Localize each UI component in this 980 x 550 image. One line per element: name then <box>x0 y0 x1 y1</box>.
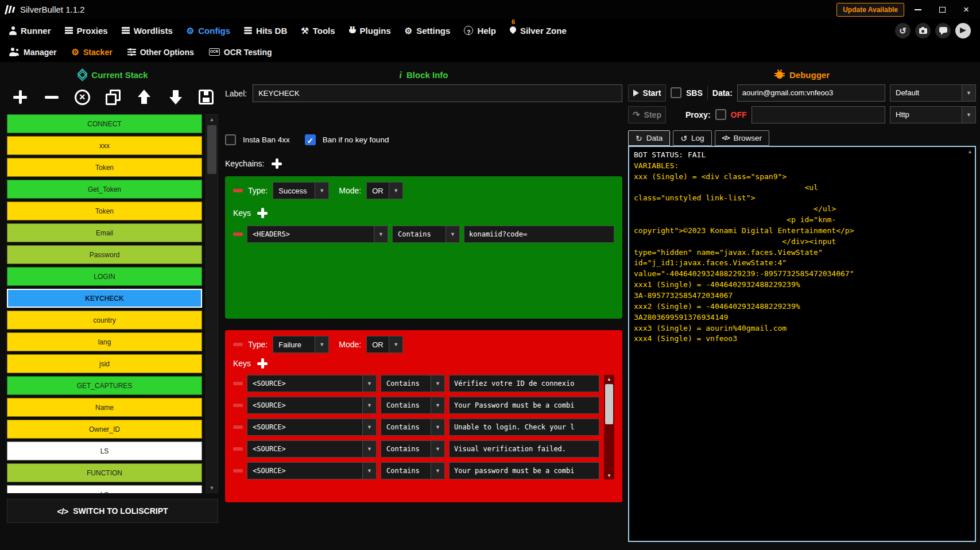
block-label-input[interactable] <box>253 84 622 102</box>
submenu-item-stacker[interactable]: Stacker <box>72 48 113 57</box>
chat-icon[interactable] <box>935 23 951 38</box>
proxy-type-select[interactable]: Http ▼ <box>890 106 976 123</box>
scroll-up-icon[interactable]: ▲ <box>967 149 973 154</box>
keys-scrollbar[interactable]: ▲ ▼ <box>604 375 614 479</box>
minimize-button[interactable] <box>908 2 928 17</box>
add-key-icon[interactable] <box>257 358 268 369</box>
history-icon[interactable] <box>895 23 911 38</box>
key-value-input[interactable]: Vérifiez votre ID de connexio <box>449 375 599 392</box>
stack-block[interactable]: Token <box>7 158 202 177</box>
key-value-input[interactable]: Your password must be a combi <box>449 462 599 479</box>
data-input[interactable] <box>737 84 885 102</box>
move-up-icon[interactable] <box>135 88 153 106</box>
stack-block[interactable]: Email <box>7 223 202 242</box>
scroll-down-icon[interactable]: ▼ <box>604 471 614 479</box>
key-value-input[interactable]: konamiid?code= <box>464 226 614 243</box>
add-keychain-icon[interactable] <box>271 158 282 169</box>
stack-block[interactable]: Name <box>7 398 202 417</box>
stack-block[interactable]: LS <box>7 441 202 460</box>
tab-data[interactable]: Data <box>628 130 670 146</box>
menu-item-help[interactable]: Help <box>464 26 496 36</box>
scroll-thumb[interactable] <box>605 384 613 424</box>
key-source-select[interactable]: <HEADERS> ▼ <box>247 226 388 243</box>
clear-stack-icon[interactable] <box>75 90 90 105</box>
menu-item-configs[interactable]: Configs <box>187 26 230 36</box>
keychain-type-select[interactable]: Success ▼ <box>273 182 329 199</box>
key-source-select[interactable]: <SOURCE> ▼ <box>247 419 377 436</box>
stack-block[interactable]: Owner_ID <box>7 420 202 439</box>
debugger-console[interactable]: BOT STATUS: FAIL VARIABLES: xxx (Single)… <box>628 146 976 542</box>
remove-key-icon[interactable] <box>233 233 243 236</box>
menu-item-settings[interactable]: Settings <box>405 26 451 36</box>
stack-block[interactable]: lang <box>7 332 202 351</box>
send-icon[interactable] <box>955 23 971 38</box>
submenu-item-other-options[interactable]: Other Options <box>127 48 194 57</box>
key-comparer-select[interactable]: Contains ▼ <box>381 375 445 392</box>
key-source-select[interactable]: <SOURCE> ▼ <box>247 462 377 479</box>
stack-block-selected[interactable]: KEYCHECK <box>7 289 202 308</box>
maximize-button[interactable] <box>932 2 952 17</box>
scroll-up-icon[interactable]: ▲ <box>604 375 614 383</box>
menu-item-runner[interactable]: Runner <box>9 26 51 36</box>
menu-item-tools[interactable]: Tools <box>301 26 335 36</box>
step-button[interactable]: Step <box>628 106 666 123</box>
stack-block[interactable]: CONNECT <box>7 114 202 133</box>
remove-keychain-icon[interactable] <box>233 189 243 192</box>
switch-to-loliscript-button[interactable]: SWITCH TO LOLISCRIPT <box>7 499 218 523</box>
stack-block[interactable]: country <box>7 311 202 330</box>
insta-ban-checkbox[interactable] <box>225 134 236 145</box>
submenu-item-ocr-testing[interactable]: OCR Testing <box>209 48 272 57</box>
update-available-button[interactable]: Update Available <box>836 3 904 17</box>
add-block-icon[interactable] <box>11 88 29 106</box>
proxy-input[interactable] <box>752 106 885 123</box>
key-source-select[interactable]: <SOURCE> ▼ <box>247 397 377 414</box>
scroll-thumb[interactable] <box>207 125 216 174</box>
sbs-checkbox[interactable] <box>671 87 681 98</box>
stack-scrollbar[interactable]: ▲ ▼ <box>206 114 218 493</box>
proxy-checkbox[interactable] <box>715 109 726 120</box>
keychain-type-select[interactable]: Failure ▼ <box>273 336 329 353</box>
remove-block-icon[interactable] <box>43 88 60 106</box>
remove-key-icon[interactable] <box>233 425 243 429</box>
stack-block[interactable]: FUNCTION <box>7 463 202 482</box>
tab-log[interactable]: Log <box>673 130 711 146</box>
key-comparer-select[interactable]: Contains ▼ <box>381 419 445 436</box>
stack-block[interactable]: GET_CAPTURES <box>7 376 202 395</box>
stack-block[interactable]: jsid <box>7 354 202 373</box>
stack-block[interactable]: Token <box>7 202 202 220</box>
close-button[interactable]: × <box>956 2 977 17</box>
move-down-icon[interactable] <box>167 88 184 106</box>
remove-key-icon[interactable] <box>233 469 243 472</box>
key-value-input[interactable]: Visual verification failed. <box>449 440 599 458</box>
key-comparer-select[interactable]: Contains ▼ <box>381 462 445 479</box>
menu-item-hits-db[interactable]: Hits DB <box>244 26 287 36</box>
wordlist-type-select[interactable]: Default ▼ <box>890 84 976 102</box>
add-key-icon[interactable] <box>257 207 268 219</box>
key-value-input[interactable]: Your Password must be a combi <box>449 397 599 414</box>
key-source-select[interactable]: <SOURCE> ▼ <box>247 440 377 458</box>
key-comparer-select[interactable]: Contains ▼ <box>381 440 445 458</box>
duplicate-block-icon[interactable] <box>104 88 121 106</box>
key-comparer-select[interactable]: Contains ▼ <box>392 226 460 243</box>
stack-block[interactable]: Get_Token <box>7 180 202 199</box>
key-source-select[interactable]: <SOURCE> ▼ <box>247 375 377 392</box>
scroll-up-icon[interactable]: ▲ <box>206 115 218 124</box>
save-config-icon[interactable] <box>199 90 214 104</box>
menu-item-plugins[interactable]: Plugins <box>349 26 391 36</box>
stack-block[interactable]: xxx <box>7 136 202 155</box>
menu-item-wordlists[interactable]: Wordlists <box>122 26 173 36</box>
submenu-item-manager[interactable]: Manager <box>9 48 57 57</box>
stack-block[interactable]: LOGIN <box>7 267 202 286</box>
remove-key-icon[interactable] <box>233 447 243 451</box>
tab-browser[interactable]: Browser <box>715 130 769 146</box>
menu-item-silver-zone[interactable]: 6 Silver Zone <box>510 26 567 36</box>
key-comparer-select[interactable]: Contains ▼ <box>381 397 445 414</box>
scroll-down-icon[interactable]: ▼ <box>206 483 218 493</box>
menu-item-proxies[interactable]: Proxies <box>65 26 108 36</box>
remove-key-icon[interactable] <box>233 382 243 385</box>
keychain-mode-select[interactable]: OR ▼ <box>366 336 403 353</box>
keychain-mode-select[interactable]: OR ▼ <box>366 182 403 199</box>
key-value-input[interactable]: Unable to login. Check your l <box>449 419 599 436</box>
camera-icon[interactable] <box>915 23 931 38</box>
stack-block[interactable]: Password <box>7 245 202 264</box>
